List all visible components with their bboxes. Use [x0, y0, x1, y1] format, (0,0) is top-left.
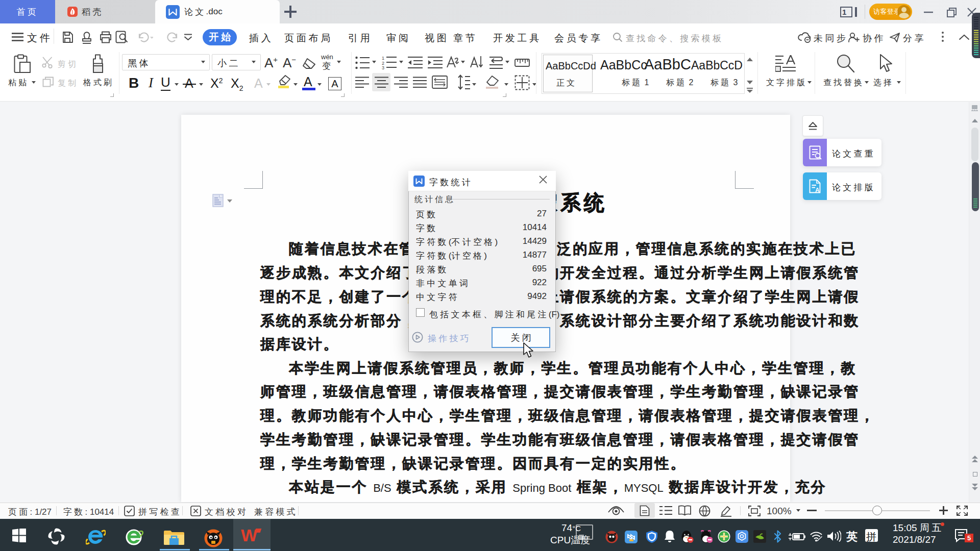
svg-text:1: 1: [382, 56, 384, 61]
svg-text:3: 3: [382, 65, 384, 70]
svg-text:A: A: [815, 187, 820, 193]
